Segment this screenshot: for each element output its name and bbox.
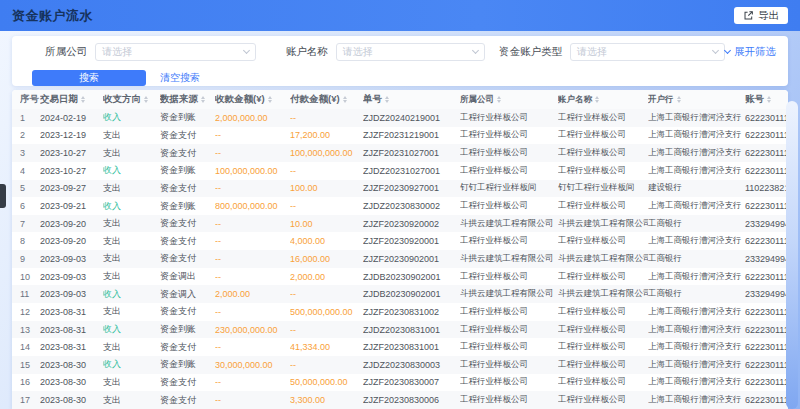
cell-date: 2023-12-19 — [40, 130, 103, 140]
table-row: 112023-09-03收入资金调入2,000.00--ZJDB20230902… — [12, 285, 788, 303]
cell-bank: 工商银行 — [648, 288, 745, 300]
cell-bank: 上海工商银行漕河泾支行 — [648, 306, 745, 318]
vertical-scrollbar[interactable] — [786, 101, 798, 409]
column-header-no[interactable]: 账号 — [745, 90, 788, 109]
cell-bank: 上海工商银行漕河泾支行 — [648, 341, 745, 353]
edge-float-widget — [0, 184, 6, 208]
clear-search-button[interactable]: 清空搜索 — [160, 71, 200, 85]
cell-n: 13 — [20, 325, 40, 335]
expand-filters-label: 展开筛选 — [734, 45, 776, 59]
cell-no: 622230111 — [745, 236, 788, 246]
table-row: 22023-12-19支出资金支付--17,200.00ZJZF20231219… — [12, 127, 788, 145]
company-select[interactable]: 请选择 — [95, 43, 255, 61]
cell-bank: 工商银行 — [648, 253, 745, 265]
cell-order: ZJZF20230920001 — [363, 236, 460, 246]
column-header-date[interactable]: 交易日期 — [40, 90, 103, 109]
column-header-bank[interactable]: 开户行 — [648, 90, 745, 109]
cell-date: 2023-08-31 — [40, 307, 103, 317]
account-name-select-placeholder: 请选择 — [343, 45, 473, 59]
cell-acct: 工程行业样板公司 — [558, 147, 648, 159]
cell-co: 工程行业样板公司 — [460, 235, 558, 247]
cell-date: 2023-09-03 — [40, 289, 103, 299]
top-header-bar: 资金账户流水 导出 — [0, 0, 800, 31]
cell-date: 2023-09-21 — [40, 201, 103, 211]
column-header-acct[interactable]: 账户名称 — [558, 90, 648, 109]
account-type-select[interactable]: 请选择 — [570, 43, 725, 61]
cell-dir: 支出 — [103, 235, 160, 248]
cell-pay: -- — [290, 201, 363, 211]
export-button[interactable]: 导出 — [734, 7, 788, 24]
sort-icon — [767, 96, 771, 103]
column-label: 数据来源 — [160, 93, 198, 106]
cell-acct: 钉钉工程行业样板间 — [558, 182, 648, 194]
table-row: 92023-09-03支出资金支付--16,000.00ZJZF20230902… — [12, 250, 788, 268]
cell-pay: 10.00 — [290, 219, 363, 229]
cell-src: 资金调入 — [160, 288, 215, 301]
cell-acct: 工程行业样板公司 — [558, 165, 648, 177]
column-header-dir[interactable]: 收支方向 — [103, 90, 160, 109]
cell-co: 工程行业样板公司 — [460, 147, 558, 159]
cell-n: 6 — [20, 201, 40, 211]
cell-date: 2023-09-03 — [40, 272, 103, 282]
cell-pay: 500,000,000.00 — [290, 307, 363, 317]
column-header-pay[interactable]: 付款金额(¥) — [290, 90, 363, 109]
cell-co: 工程行业样板公司 — [460, 271, 558, 283]
cell-pay: 50,000,000.00 — [290, 377, 363, 387]
cell-recv: 100,000,000.00 — [215, 166, 290, 176]
cell-pay: 100.00 — [290, 183, 363, 193]
cell-recv: 800,000,000.00 — [215, 201, 290, 211]
cell-order: ZJDZ20230831001 — [363, 325, 460, 335]
cell-dir: 支出 — [103, 305, 160, 318]
cell-src: 资金支付 — [160, 235, 215, 248]
company-select-placeholder: 请选择 — [102, 45, 243, 59]
cell-bank: 建设银行 — [648, 182, 745, 194]
table-row: 142023-08-31支出资金支付--41,334.00ZJZF2023083… — [12, 338, 788, 356]
account-name-select[interactable]: 请选择 — [336, 43, 485, 61]
cell-acct: 工程行业样板公司 — [558, 112, 648, 124]
sort-icon — [497, 96, 501, 103]
cell-order: ZJZF20231219001 — [363, 130, 460, 140]
column-label: 交易日期 — [40, 93, 78, 106]
chevron-down-icon — [712, 47, 719, 54]
cell-bank: 上海工商银行漕河泾支行 — [648, 235, 745, 247]
cell-recv: -- — [215, 183, 290, 193]
page-title: 资金账户流水 — [12, 7, 93, 25]
sort-icon — [595, 96, 599, 103]
table-row: 62023-09-21收入资金到账800,000,000.00--ZJDZ202… — [12, 197, 788, 215]
cell-pay: -- — [290, 113, 363, 123]
cell-order: ZJZF20230831002 — [363, 307, 460, 317]
cell-co: 工程行业样板公司 — [460, 165, 558, 177]
cell-pay: 16,000.00 — [290, 254, 363, 264]
cell-dir: 收入 — [103, 323, 160, 336]
cell-acct: 工程行业样板公司 — [558, 200, 648, 212]
cell-n: 11 — [20, 289, 40, 299]
cell-n: 15 — [20, 360, 40, 370]
column-header-co[interactable]: 所属公司 — [460, 90, 558, 109]
table-header-row: 序号交易日期收支方向数据来源收款金额(¥)付款金额(¥)单号所属公司账户名称开户… — [12, 90, 788, 109]
search-button[interactable]: 搜索 — [32, 70, 146, 86]
table-row: 32023-10-27支出资金支付--100,000,000.00ZJZF202… — [12, 144, 788, 162]
cell-bank: 上海工商银行漕河泾支行 — [648, 394, 745, 406]
cell-src: 资金到账 — [160, 164, 215, 177]
cell-co: 斗拱云建筑工程有限公司 — [460, 218, 558, 230]
cell-co: 工程行业样板公司 — [460, 112, 558, 124]
cell-recv: -- — [215, 236, 290, 246]
cell-acct: 斗拱云建筑工程有限公司 — [558, 253, 648, 265]
cell-src: 资金到账 — [160, 200, 215, 213]
transactions-table: 序号交易日期收支方向数据来源收款金额(¥)付款金额(¥)单号所属公司账户名称开户… — [12, 90, 788, 409]
cell-bank: 上海工商银行漕河泾支行 — [648, 129, 745, 141]
cell-dir: 支出 — [103, 394, 160, 407]
expand-filters-link[interactable]: 展开筛选 — [725, 45, 776, 59]
cell-dir: 支出 — [103, 147, 160, 160]
cell-bank: 上海工商银行漕河泾支行 — [648, 112, 745, 124]
cell-bank: 上海工商银行漕河泾支行 — [648, 165, 745, 177]
cell-bank: 上海工商银行漕河泾支行 — [648, 271, 745, 283]
cell-recv: 30,000,000.00 — [215, 360, 290, 370]
column-header-recv[interactable]: 收款金额(¥) — [215, 90, 290, 109]
cell-no: 622230111 — [745, 377, 788, 387]
cell-bank: 上海工商银行漕河泾支行 — [648, 376, 745, 388]
cell-dir: 支出 — [103, 182, 160, 195]
column-header-order[interactable]: 单号 — [363, 90, 460, 109]
column-header-src[interactable]: 数据来源 — [160, 90, 215, 109]
cell-pay: -- — [290, 289, 363, 299]
